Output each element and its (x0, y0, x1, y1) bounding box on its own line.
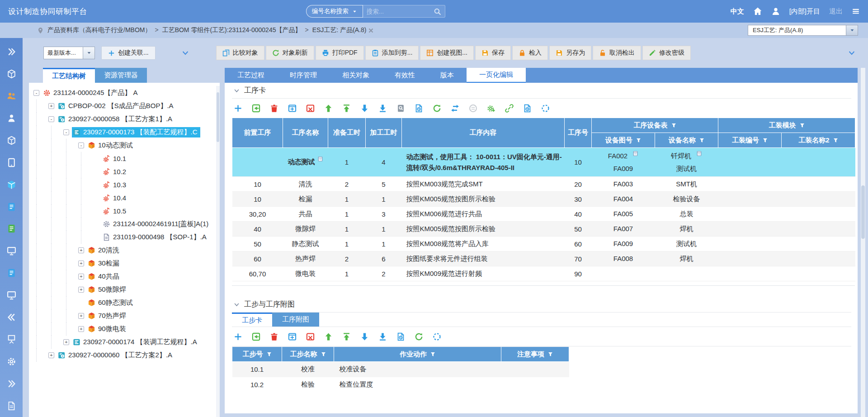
tree-node[interactable]: -10.5 (33, 204, 220, 218)
column-header-注意事项[interactable]: 注意事项 (501, 347, 569, 362)
column-header-工序号[interactable]: 工序号 (565, 118, 592, 148)
expand-toggle-icon[interactable]: + (48, 103, 54, 109)
tree-node[interactable]: -231124-0000245【产品】 A (33, 86, 220, 100)
collapse-toggle-icon[interactable]: - (33, 90, 39, 96)
expand-toggle-icon[interactable]: + (78, 326, 84, 332)
caret-down-icon[interactable] (83, 47, 95, 59)
add-icon[interactable] (234, 332, 242, 341)
caret-down-icon[interactable] (846, 25, 858, 36)
tree-node[interactable]: +90微电装 (33, 322, 220, 336)
search-input[interactable] (367, 8, 434, 15)
disabled-icon[interactable] (469, 104, 477, 113)
column-header-工步名称[interactable]: 工步名称 (282, 347, 334, 362)
tree-node[interactable]: -10.3 (33, 178, 220, 191)
column-header-工序设备表[interactable]: 工序设备表 (592, 118, 718, 133)
note-icon[interactable] (696, 151, 702, 156)
link-icon[interactable] (505, 104, 514, 113)
tab-工艺过程[interactable]: 工艺过程 (225, 68, 277, 83)
filter-icon[interactable] (833, 138, 838, 143)
collapse-toolbar-icon[interactable] (848, 49, 855, 57)
tree-node[interactable]: +CPBOP-002 【S成品产品BOP】.A (33, 100, 220, 113)
expand-toggle-icon[interactable]: + (48, 352, 54, 358)
tab-工艺结构树[interactable]: 工艺结构树 (43, 68, 95, 83)
step-row[interactable]: 10.1校准校准设备 (232, 362, 569, 377)
move-up-icon[interactable] (324, 104, 333, 113)
chevron-down-icon[interactable] (234, 88, 240, 94)
column-header-设备图号[interactable]: 设备图号 (592, 133, 655, 148)
remove-window-icon[interactable] (306, 104, 315, 113)
tree-scrollbar[interactable] (216, 86, 220, 417)
move-bottom-icon[interactable] (378, 104, 387, 113)
tree-node[interactable]: +230927-0000060 【工艺方案2】.A (33, 349, 220, 362)
expand-toggle-icon[interactable]: + (78, 313, 84, 319)
monitor-icon[interactable] (0, 284, 23, 306)
add-window-icon[interactable] (288, 332, 297, 341)
preview-icon[interactable] (396, 104, 405, 113)
step-row[interactable]: 10.2检验检查位置度 (232, 377, 569, 393)
process-card-section-header[interactable]: 工序卡 (232, 83, 858, 98)
filter-icon[interactable] (548, 352, 553, 357)
search-icon[interactable] (434, 8, 441, 15)
column-header-工装编号[interactable]: 工装编号 (718, 133, 782, 148)
menu-icon[interactable] (852, 7, 860, 15)
object-version-selector[interactable]: ESJ工艺: 产品(A.8) (748, 25, 862, 36)
filter-icon[interactable] (321, 352, 326, 357)
tab-工序附图[interactable]: 工序附图 (272, 313, 319, 327)
breadcrumb-item[interactable]: ESJ工艺: 产品(A.8) (312, 26, 367, 33)
tree-node[interactable]: -10动态测试 (33, 139, 220, 152)
tree-node[interactable]: -230927-0000173 【装配工艺规程】.C (33, 126, 220, 139)
chevrons-left-icon[interactable] (0, 306, 23, 328)
doc-fill-icon[interactable] (0, 262, 23, 284)
tree-node[interactable]: -60静态测试 (33, 296, 220, 309)
filter-icon[interactable] (430, 352, 435, 357)
cube-outline-icon[interactable] (0, 63, 23, 85)
process-row[interactable]: 30,20共晶13按照KM006规范进行共晶40FA005总装 (232, 207, 855, 222)
filter-icon[interactable] (671, 123, 676, 128)
home-icon[interactable] (753, 7, 762, 16)
save-button[interactable]: 保存 (475, 46, 511, 60)
delete-icon[interactable] (270, 104, 278, 113)
tab-相关对象[interactable]: 相关对象 (330, 68, 382, 83)
logout-link[interactable]: 退出 (829, 7, 843, 16)
column-header-工序名称[interactable]: 工序名称 (283, 118, 328, 148)
process-row[interactable]: 40微隙焊11按照KM005规范按图所示检验50FA007焊机 (232, 222, 855, 237)
move-top-icon[interactable] (342, 332, 351, 341)
refresh-object-button[interactable]: 对象刷新 (266, 46, 314, 60)
tab-版本[interactable]: 版本 (428, 68, 467, 83)
horizontal-scrollbar[interactable] (225, 413, 858, 417)
doc-fill-icon[interactable] (0, 196, 23, 218)
report-icon[interactable] (523, 104, 532, 113)
chevrons-right-icon[interactable] (0, 373, 23, 395)
tree-node[interactable]: -231124-00002461911[盖板]A(1) (33, 218, 220, 231)
process-row[interactable]: 60,70微电装12按照KM009规范进行射频90 (232, 266, 855, 281)
move-up-icon[interactable] (324, 332, 333, 341)
doc-outline-icon[interactable] (0, 395, 23, 417)
swap-icon[interactable] (451, 104, 459, 113)
create-view-button[interactable]: 创建视图... (420, 46, 474, 60)
filter-icon[interactable] (763, 138, 768, 143)
version-dropdown[interactable]: 最新版本... (43, 47, 95, 59)
add-to-clipboard-button[interactable]: 添加到剪... (365, 46, 419, 60)
process-row[interactable]: 60热声焊26按图纸要求将元件进行组装70FA008焊机 (232, 251, 855, 266)
collapse-panel-icon[interactable] (182, 49, 189, 57)
modify-security-button[interactable]: 修改密级 (642, 46, 691, 60)
chevrons-right-icon[interactable] (0, 41, 23, 63)
monitor-icon[interactable] (0, 240, 23, 262)
move-bottom-icon[interactable] (378, 332, 387, 341)
column-header-工装名称2[interactable]: 工装名称2 (782, 133, 855, 148)
move-top-icon[interactable] (342, 104, 351, 113)
check-in-button[interactable]: 检入 (512, 46, 548, 60)
tab-有效性[interactable]: 有效性 (382, 68, 428, 83)
add-window-icon[interactable] (288, 104, 297, 113)
tab-工步卡[interactable]: 工步卡 (232, 313, 272, 327)
cancel-checkout-button[interactable]: 取消检出 (593, 46, 641, 60)
chevron-down-icon[interactable] (234, 302, 240, 308)
move-down-icon[interactable] (360, 332, 369, 341)
collapse-toggle-icon[interactable]: - (78, 142, 84, 148)
cube-solid-icon[interactable] (0, 174, 23, 196)
doc-fill-icon[interactable] (0, 218, 23, 240)
vertical-scrollbar[interactable] (861, 68, 865, 417)
collapse-toggle-icon[interactable]: - (48, 116, 54, 122)
process-row[interactable]: 10清洗25按照KM003规范完成SMT20FA003SMT机 (232, 177, 855, 192)
process-row[interactable]: 动态测试14动态测试，使用工具： 10-0011：UV固化单元-通用-流转/双头… (232, 148, 855, 177)
